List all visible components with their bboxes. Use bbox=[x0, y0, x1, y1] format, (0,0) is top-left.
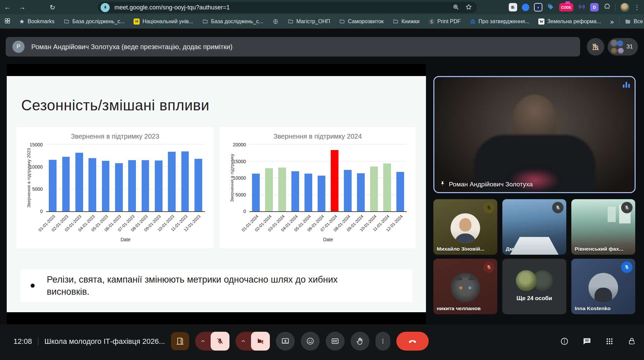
bar bbox=[75, 153, 83, 211]
meet-control-bar: 12:08 Школа молодого ІТ-фахівця 2026... bbox=[0, 324, 644, 360]
bookmark-item[interactable]: База досліджень_с... bbox=[202, 19, 263, 25]
bar-slot bbox=[354, 145, 367, 211]
bookmark-item[interactable]: Про затвердження... bbox=[470, 19, 529, 25]
extension-d-icon[interactable]: D bbox=[590, 3, 599, 11]
presenter-banner: P Роман Андрійович Золотуха (веде презен… bbox=[6, 37, 580, 57]
raise-hand-button[interactable] bbox=[351, 332, 369, 351]
mic-off-button[interactable] bbox=[211, 332, 229, 351]
bar-slot bbox=[165, 145, 178, 211]
x-tick-labels: 01-01-202402-01-202403-01-202404-01-2024… bbox=[249, 211, 407, 233]
zoom-page-icon[interactable] bbox=[452, 3, 460, 12]
bookmarks-list: BookmarksБаза досліджень_с...ННаціональн… bbox=[19, 19, 610, 25]
clock-time: 12:08 bbox=[13, 337, 32, 346]
participant-name: никита челпанов bbox=[437, 305, 481, 312]
address-bar[interactable]: meet.google.com/sng-ooyj-tqu?authuser=1 bbox=[98, 2, 477, 13]
y-tick-label: 5000 bbox=[32, 186, 43, 192]
url-text[interactable]: meet.google.com/sng-ooyj-tqu?authuser=1 bbox=[114, 4, 230, 11]
mic-control[interactable] bbox=[195, 332, 229, 351]
x-slot: 12-01-2024 bbox=[394, 211, 407, 233]
participant-tile[interactable]: Рівненський фах... bbox=[571, 199, 635, 255]
bar bbox=[88, 158, 96, 211]
chart-2024-panel: Звернення в підтримку 2024 Звернення в п… bbox=[220, 127, 416, 248]
bar-slot bbox=[192, 145, 205, 211]
quick-leave-door-button[interactable] bbox=[171, 332, 189, 350]
presenter-banner-text: Роман Андрійович Золотуха (веде презента… bbox=[31, 43, 232, 51]
bookmark-item[interactable]: База досліджень_с... bbox=[64, 19, 124, 25]
bar bbox=[370, 167, 378, 211]
footer-divider bbox=[38, 337, 38, 346]
reactions-button[interactable] bbox=[301, 332, 320, 351]
mic-off-badge bbox=[621, 202, 633, 213]
bookmark-label: База досліджень_с... bbox=[211, 19, 263, 25]
forward-icon[interactable]: → bbox=[15, 3, 30, 11]
slide: Сезонність/змішані впливи Звернення в пі… bbox=[7, 76, 426, 312]
camera-off-button[interactable] bbox=[251, 332, 270, 351]
camera-options-chevron[interactable] bbox=[236, 332, 251, 351]
bar bbox=[383, 164, 391, 211]
bookmark-item[interactable]: WЗемельна реформа... bbox=[538, 19, 601, 25]
bookmark-item[interactable]: Книжки bbox=[393, 19, 420, 25]
chart-title: Звернення в підтримку 2023 bbox=[16, 133, 214, 140]
participant-tile[interactable]: Михайло Зіновій... bbox=[433, 199, 497, 255]
participant-avatar bbox=[451, 273, 480, 302]
x-axis-title: Date bbox=[249, 237, 407, 242]
apps-dots-icon[interactable] bbox=[605, 337, 614, 346]
mic-off-badge bbox=[552, 202, 564, 213]
y-tick-label: 10000 bbox=[233, 175, 246, 181]
presenter-avatar: P bbox=[12, 41, 25, 53]
avatar bbox=[516, 270, 537, 291]
participant-name: Inna Kostenko bbox=[575, 305, 611, 312]
participant-name: Дмитро Кочур bbox=[506, 246, 542, 252]
extension-blue-dot-icon[interactable] bbox=[522, 4, 529, 11]
bar bbox=[194, 159, 202, 211]
bookmark-item[interactable]: Саморозвиток bbox=[339, 19, 384, 25]
extension-bip-icon[interactable] bbox=[509, 3, 517, 11]
building-off-button[interactable] bbox=[587, 38, 604, 56]
profile-avatar[interactable] bbox=[620, 3, 629, 12]
more-options-button[interactable] bbox=[375, 332, 390, 351]
extension-arrow-icon[interactable]: › bbox=[534, 3, 542, 11]
participant-tile[interactable]: никита челпанов bbox=[433, 259, 497, 314]
activities-icon[interactable] bbox=[560, 337, 569, 346]
present-screen-button[interactable] bbox=[276, 332, 295, 351]
all-bookmarks-button[interactable]: Все закладки bbox=[625, 19, 644, 25]
host-controls-lock-icon[interactable] bbox=[628, 337, 637, 346]
browser-menu-icon[interactable]: ⋮ bbox=[634, 4, 640, 10]
main-speaker-tile[interactable]: Роман Андрійович Золотуха bbox=[433, 76, 636, 193]
camera-control[interactable] bbox=[236, 332, 270, 351]
extension-signal-icon[interactable] bbox=[578, 3, 585, 12]
captions-button[interactable] bbox=[326, 332, 345, 351]
bar bbox=[265, 168, 273, 211]
bookmark-item[interactable]: ННаціональний унів... bbox=[134, 19, 193, 25]
back-icon[interactable]: ← bbox=[0, 3, 15, 11]
bar bbox=[396, 172, 404, 211]
bookmark-star-icon[interactable] bbox=[465, 3, 472, 12]
x-axis-title: Date bbox=[46, 237, 205, 242]
extension-tags-icon[interactable] bbox=[547, 3, 554, 12]
apps-grid-icon[interactable] bbox=[4, 17, 11, 26]
participant-tile[interactable]: Дмитро Кочур bbox=[502, 199, 566, 255]
participants-count-button[interactable]: 31 bbox=[608, 38, 638, 56]
end-call-button[interactable] bbox=[396, 332, 429, 351]
bar bbox=[181, 151, 189, 211]
bar-slot bbox=[367, 145, 381, 211]
extensions-puzzle-icon[interactable] bbox=[603, 3, 611, 12]
participant-tile[interactable]: Inna Kostenko bbox=[571, 259, 635, 314]
bookmark-item[interactable]: Print PDF bbox=[429, 19, 461, 25]
mic-options-chevron[interactable] bbox=[195, 332, 211, 351]
bars-area bbox=[46, 145, 205, 211]
bar-slot bbox=[289, 145, 302, 211]
bookmarks-overflow-chevron[interactable]: » bbox=[610, 18, 614, 26]
x-slot: 12-01-2023 bbox=[192, 211, 205, 233]
bookmark-item[interactable] bbox=[273, 19, 279, 25]
mic-permission-icon[interactable] bbox=[101, 3, 110, 12]
bookmark-item[interactable]: Bookmarks bbox=[19, 19, 55, 25]
chart-plot-area: Звернення в підтримку 202305000100001500… bbox=[46, 145, 205, 212]
bullet-text: Релізи, свята, кампанії змінюють метрики… bbox=[47, 274, 350, 298]
mic-off-badge bbox=[483, 261, 495, 273]
participant-tile[interactable]: Ще 24 особи bbox=[502, 259, 566, 314]
bookmark-item[interactable]: Магістр_ОНП bbox=[288, 19, 330, 25]
chat-icon[interactable] bbox=[582, 337, 592, 346]
extension-code-badge[interactable]: CODE bbox=[559, 3, 573, 11]
reload-icon[interactable]: ↻ bbox=[45, 3, 60, 11]
